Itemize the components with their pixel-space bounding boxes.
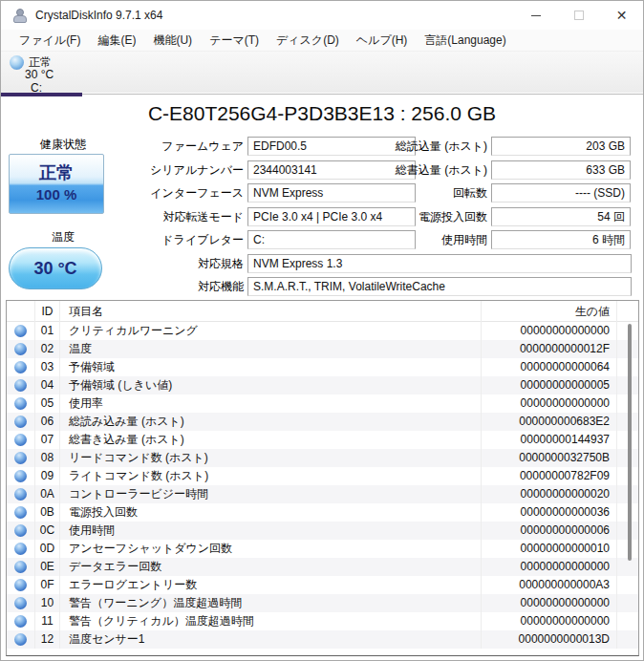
row-attribute-name: ライトコマンド数 (ホスト)	[60, 467, 482, 485]
status-good-icon	[14, 325, 27, 337]
info-field-row: 総書込量 (ホスト) 633 GB	[335, 160, 633, 180]
minimize-icon	[531, 15, 541, 16]
row-attribute-name: 総読み込み量 (ホスト)	[60, 413, 482, 431]
drive-tab-strip: 正常 30 °C C:	[1, 51, 643, 93]
row-attribute-name: 使用率	[60, 394, 482, 413]
menu-item-function[interactable]: 機能(U)	[144, 30, 201, 51]
row-raw-value: 00000000000000	[482, 394, 617, 413]
table-row[interactable]: 0F エラーログエントリー数 000000000000A3	[7, 576, 638, 594]
row-id: 0E	[35, 558, 60, 576]
row-id: 12	[35, 630, 60, 649]
table-row[interactable]: 04 予備領域 (しきい値) 00000000000005	[7, 376, 638, 394]
row-attribute-name: 総書き込み量 (ホスト)	[60, 431, 482, 449]
table-row[interactable]: 07 総書き込み量 (ホスト) 00000000144937	[7, 431, 638, 449]
row-attribute-name: 予備領域	[60, 358, 482, 376]
row-attribute-name: 警告（クリティカル）温度超過時間	[60, 612, 482, 630]
row-id: 11	[35, 612, 60, 630]
menu-item-edit[interactable]: 編集(E)	[89, 30, 144, 51]
status-good-icon	[14, 397, 27, 410]
field-label: インターフェース	[97, 183, 245, 203]
status-good-icon	[14, 488, 27, 501]
table-row[interactable]: 0B 電源投入回数 00000000000036	[7, 503, 638, 522]
minimize-button[interactable]	[514, 1, 557, 30]
status-good-icon	[14, 524, 27, 537]
temperature-button[interactable]: 30 °C	[9, 247, 102, 289]
row-id: 03	[35, 358, 60, 376]
field-value-box: 54 回	[491, 207, 631, 226]
table-row[interactable]: 10 警告（ワーニング）温度超過時間 00000000000000	[7, 594, 638, 612]
table-row[interactable]: 09 ライトコマンド数 (ホスト) 00000000782F09	[7, 467, 638, 485]
status-good-icon	[14, 416, 27, 428]
title-bar: CrystalDiskInfo 9.7.1 x64 ✕	[1, 1, 643, 30]
table-row[interactable]: 11 警告（クリティカル）温度超過時間 00000000000000	[7, 612, 638, 630]
table-row[interactable]: 05 使用率 00000000000000	[7, 394, 638, 413]
header-attribute-name: 項目名	[60, 301, 482, 322]
health-status-button[interactable]: 正常 100 %	[9, 154, 104, 214]
row-raw-value: 000000000000A3	[482, 576, 617, 594]
field-label: ドライブレター	[97, 230, 245, 249]
drive-fields-right: 総読込量 (ホスト) 203 GB 総書込量 (ホスト) 633 GB 回転数 …	[335, 137, 633, 249]
field-label: 電源投入回数	[335, 207, 488, 226]
menu-item-language[interactable]: 言語(Language)	[416, 30, 514, 51]
menu-item-disk[interactable]: ディスク(D)	[268, 30, 348, 51]
info-field-row: 回転数 ---- (SSD)	[335, 183, 633, 203]
row-attribute-name: リードコマンド数 (ホスト)	[60, 449, 482, 467]
table-row[interactable]: 12 温度センサー1 0000000000013D	[7, 630, 638, 649]
table-row[interactable]: 06 総読み込み量 (ホスト) 000000000683E2	[7, 413, 638, 431]
row-raw-value: 00000000000000	[482, 322, 617, 340]
row-attribute-name: 使用時間	[60, 522, 482, 540]
drive-model-title: C-E80T256G4-P3D3B3E13 : 256.0 GB	[1, 102, 643, 125]
drive-tab-c[interactable]: 正常 30 °C C:	[1, 52, 82, 94]
info-field-row: 総読込量 (ホスト) 203 GB	[335, 137, 633, 156]
status-good-icon	[14, 615, 27, 628]
table-row[interactable]: 0D アンセーフシャットダウン回数 00000000000010	[7, 540, 638, 558]
table-scrollbar-thumb[interactable]	[628, 324, 632, 561]
drive-tab-temperature: 30 °C	[25, 68, 54, 81]
row-raw-value: 00000000144937	[482, 431, 617, 449]
active-tab-underline	[1, 93, 82, 96]
field-value-box: 633 GB	[491, 160, 631, 180]
field-value-box: 6 時間	[491, 230, 631, 249]
app-icon	[12, 8, 28, 23]
status-good-icon	[14, 579, 27, 591]
maximize-button[interactable]	[557, 1, 600, 30]
status-good-icon	[14, 379, 27, 392]
field-value-box: NVM Express 1.3	[247, 254, 632, 273]
row-attribute-name: 予備領域 (しきい値)	[60, 376, 482, 394]
table-row[interactable]: 0A コントローラービジー時間 00000000000020	[7, 485, 638, 503]
row-attribute-name: 温度	[60, 340, 482, 358]
row-raw-value: 00000000000010	[482, 540, 617, 558]
crystaldiskinfo-window: CrystalDiskInfo 9.7.1 x64 ✕ ファイル(F)編集(E)…	[0, 0, 644, 661]
status-good-icon	[14, 543, 27, 555]
table-row[interactable]: 0E データエラー回数 00000000000000	[7, 558, 638, 576]
status-good-icon	[14, 343, 27, 355]
field-value-box: ---- (SSD)	[491, 183, 631, 203]
menu-item-theme[interactable]: テーマ(T)	[201, 30, 268, 51]
row-id: 02	[35, 340, 60, 358]
row-id: 0C	[35, 522, 60, 540]
menu-item-file[interactable]: ファイル(F)	[11, 30, 89, 51]
table-row[interactable]: 0C 使用時間 00000000000006	[7, 522, 638, 540]
row-id: 07	[35, 431, 60, 449]
row-id: 05	[35, 394, 60, 413]
row-attribute-name: 電源投入回数	[60, 503, 482, 522]
row-id: 04	[35, 376, 60, 394]
health-percent-value: 100 %	[10, 186, 103, 203]
table-header-row: ID 項目名 生の値	[7, 301, 638, 322]
table-row[interactable]: 03 予備領域 00000000000064	[7, 358, 638, 376]
header-id: ID	[35, 301, 60, 322]
table-row[interactable]: 02 温度 0000000000012F	[7, 340, 638, 358]
row-raw-value: 00000000000006	[482, 522, 617, 540]
field-value-box: S.M.A.R.T., TRIM, VolatileWriteCache	[247, 277, 632, 296]
menu-item-help[interactable]: ヘルプ(H)	[348, 30, 417, 51]
status-good-icon	[14, 452, 27, 464]
close-button[interactable]: ✕	[600, 1, 643, 30]
smart-attribute-table: ID 項目名 生の値 01 クリティカルワーニング 00000000000000…	[6, 300, 639, 656]
table-row[interactable]: 08 リードコマンド数 (ホスト) 0000000032750B	[7, 449, 638, 467]
status-good-icon	[14, 597, 27, 609]
row-id: 0D	[35, 540, 60, 558]
menu-bar: ファイル(F)編集(E)機能(U)テーマ(T)ディスク(D)ヘルプ(H)言語(L…	[1, 30, 643, 51]
maximize-icon	[574, 11, 584, 20]
row-id: 06	[35, 413, 60, 431]
table-row[interactable]: 01 クリティカルワーニング 00000000000000	[7, 322, 638, 340]
